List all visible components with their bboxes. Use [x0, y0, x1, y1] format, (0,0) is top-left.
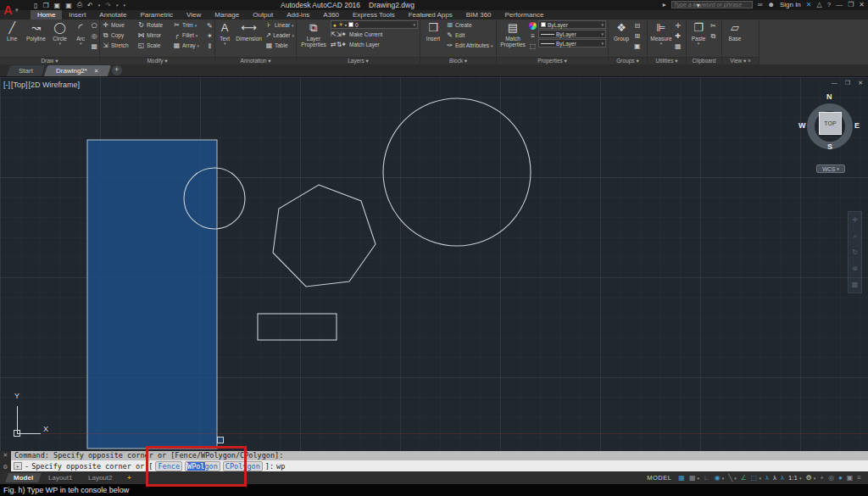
viewcube-east[interactable]: E [854, 121, 860, 130]
panel-label-layers[interactable]: Layers ▾ [297, 57, 420, 64]
ortho-toggle-icon[interactable]: ∟ [704, 474, 710, 482]
visual-style-control[interactable]: [2D Wireframe] [29, 81, 81, 89]
restore-button[interactable]: ❐ [848, 1, 854, 8]
panel-label-clipboard[interactable]: Clipboard [687, 57, 721, 64]
a360-icon[interactable]: ✕ [806, 1, 812, 8]
autoscale-icon[interactable]: λ [773, 474, 776, 482]
clean-screen-icon[interactable]: ▣ [847, 474, 854, 482]
steering-wheel-icon[interactable]: ⊕ [852, 265, 858, 272]
command-input-line[interactable]: ▸ -Specify opposite corner or [ Fence WP… [11, 460, 868, 471]
layout1-tab[interactable]: Layout1 [40, 473, 81, 482]
search-icon[interactable]: ∞ [758, 1, 763, 8]
new-drawing-button[interactable]: + [112, 65, 122, 75]
view-control[interactable]: [Top] [11, 81, 28, 89]
base-button[interactable]: ▱ Base [724, 20, 746, 56]
arc-button[interactable]: ◜ Arc ▾ [72, 20, 90, 56]
help-icon[interactable]: ? [827, 1, 831, 8]
close-button[interactable]: ✕ [859, 1, 865, 8]
hatch-flyout-icon[interactable]: ▦ [91, 42, 97, 51]
copy-clip-icon[interactable]: ⧉ [710, 31, 716, 41]
tab-view[interactable]: View [180, 10, 208, 20]
signin-dropdown-icon[interactable]: ▾ [697, 2, 700, 9]
copy-button[interactable]: ⧉Copy [102, 31, 136, 40]
annotation-visibility-icon[interactable]: λ [765, 474, 769, 482]
grid-toggle-icon[interactable]: ▦ [678, 474, 685, 482]
hardware-acceleration-icon[interactable]: ● [838, 474, 843, 482]
panel-label-block[interactable]: Block ▾ [420, 57, 496, 64]
showmotion-icon[interactable]: ▦ [852, 281, 859, 288]
circle-button[interactable]: ◯ Circle ▾ [49, 20, 70, 56]
plot-style-icon[interactable]: ⬚ [529, 42, 537, 51]
viewcube-north[interactable]: N [826, 92, 832, 101]
layer-select[interactable]: ● ☀ ▪ 0 ▾ [331, 20, 418, 29]
doc-restore-button[interactable]: ❐ [845, 80, 850, 86]
doc-minimize-button[interactable]: — [832, 80, 837, 86]
tab-parametric[interactable]: Parametric [133, 10, 180, 20]
color-wheel-icon[interactable] [529, 22, 537, 30]
move-button[interactable]: ✛Move [102, 20, 136, 30]
autocad-logo[interactable]: A ▼ [3, 1, 29, 19]
save-as-icon[interactable]: ▣ [65, 2, 72, 9]
table-button[interactable]: ▦Table [265, 41, 294, 50]
group-manager-icon[interactable]: ▣ [634, 42, 641, 51]
doc-close-button[interactable]: ✕ [858, 80, 863, 86]
drawing-canvas[interactable]: [-] [Top] [2D Wireframe] — ❐ ✕ Y X N W E… [0, 76, 868, 451]
quick-calc-icon[interactable]: ▦ [675, 42, 682, 51]
ellipse-flyout-icon[interactable]: ◎ [91, 31, 97, 41]
explode-icon[interactable]: ✶ [207, 31, 213, 41]
paste-button[interactable]: ❐ Paste ▾ [688, 20, 709, 56]
isolate-objects-icon[interactable]: ◎ [828, 474, 834, 482]
new-layout-button[interactable]: + [119, 473, 139, 482]
panel-label-draw[interactable]: Draw ▾ [0, 57, 99, 64]
viewcube-top-face[interactable]: TOP [819, 112, 842, 135]
group-button[interactable]: ❖ Group [610, 20, 632, 56]
erase-icon[interactable]: ✎ [207, 21, 213, 31]
viewcube-west[interactable]: W [798, 121, 806, 130]
save-icon[interactable]: ▣ [54, 2, 61, 9]
mirror-button[interactable]: ⋈Mirror [137, 31, 171, 40]
undo-dropdown-icon[interactable]: ▾ [98, 3, 101, 8]
match-layer-button[interactable]: ⇄⇅ ✦ Match Layer [331, 40, 418, 49]
model-tab[interactable]: Model [5, 473, 42, 482]
panel-label-properties[interactable]: Properties ▾ [497, 57, 608, 64]
crosshair-icon[interactable]: + [820, 474, 824, 482]
search-expand-icon[interactable]: ▸ [663, 1, 666, 8]
linear-button[interactable]: ⊦Linear▾ [265, 20, 294, 30]
tab-performance[interactable]: Performance [498, 10, 551, 20]
file-tab-drawing2[interactable]: Drawing2* ✕ [44, 65, 111, 76]
qat-menu-icon[interactable]: ▾ [124, 3, 126, 8]
layout2-tab[interactable]: Layout2 [80, 473, 120, 482]
quick-select-icon[interactable]: ✛ [675, 21, 682, 31]
panel-label-utilities[interactable]: Utilities ▾ [648, 57, 686, 64]
linetype-select[interactable]: ByLayer ▾ [538, 39, 606, 47]
stretch-button[interactable]: ⇲Stretch [102, 41, 136, 50]
workspace-gear-icon[interactable]: ⚙ [806, 474, 812, 482]
plot-icon[interactable]: ⎙ [77, 1, 82, 9]
point-icon[interactable]: ✚ [675, 31, 682, 41]
tab-a360[interactable]: A360 [316, 10, 346, 20]
current-scale-value[interactable]: 1:1 [788, 474, 798, 482]
array-button[interactable]: ▦Array▾ [173, 41, 205, 50]
scale-button[interactable]: ◱Scale [137, 41, 171, 50]
recent-commands-icon[interactable]: ▸ [14, 462, 22, 470]
model-space-badge[interactable]: MODEL [647, 474, 671, 482]
lineweight-list-icon[interactable]: ≡ [529, 31, 537, 41]
tab-manage[interactable]: Manage [208, 10, 246, 20]
text-button[interactable]: A Text ▾ [217, 20, 232, 56]
panel-label-view[interactable]: View ▾ » [722, 57, 759, 64]
open-file-icon[interactable]: ❒ [42, 2, 48, 9]
exchange-apps-icon[interactable]: △ [817, 1, 822, 8]
layer-properties-button[interactable]: ⧉ Layer Properties [298, 20, 329, 56]
viewport-menu-control[interactable]: [-] [3, 81, 10, 89]
tab-addins[interactable]: Add-ins [280, 10, 316, 20]
minimize-button[interactable]: — [836, 1, 843, 8]
rotate-button[interactable]: ↻Rotate [137, 20, 171, 30]
close-tab-icon[interactable]: ✕ [94, 68, 99, 75]
leader-button[interactable]: ↗Leader▾ [265, 31, 294, 40]
trim-button[interactable]: ✂Trim▾ [173, 20, 205, 30]
tab-express-tools[interactable]: Express Tools [346, 10, 402, 20]
redo-dropdown-icon[interactable]: ▾ [116, 3, 119, 8]
signin-button[interactable]: Sign In [780, 1, 801, 8]
ribbon-display-toggle[interactable]: ▭ ▾ [421, 12, 430, 18]
make-current-button[interactable]: ⇱⇲ ✦ Make Current [331, 30, 418, 39]
